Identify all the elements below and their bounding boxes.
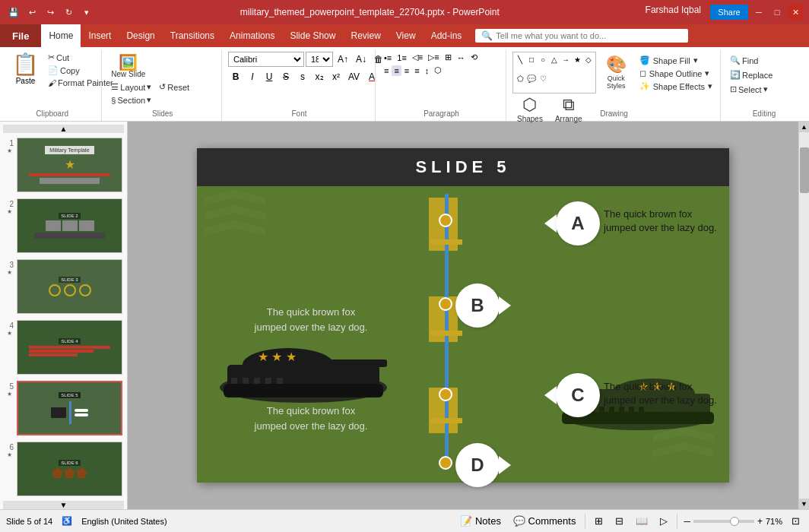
shape-line[interactable]: ╲ xyxy=(515,54,525,65)
slideshow-button[interactable]: ▷ xyxy=(657,514,671,528)
layout-button[interactable]: ☰ Layout ▾ xyxy=(108,81,154,93)
shadow-button[interactable]: s xyxy=(295,70,310,84)
comments-button[interactable]: 💬 Comments xyxy=(510,514,579,528)
align-right-button[interactable]: ≡ xyxy=(402,65,411,76)
italic-button[interactable]: I xyxy=(245,70,260,84)
paste-button[interactable]: 📋 Paste xyxy=(8,50,43,87)
close-button[interactable]: ✕ xyxy=(788,5,803,20)
font-name-select[interactable]: Calibri xyxy=(228,52,304,67)
redo-button[interactable]: ↪ xyxy=(43,5,58,20)
decrease-indent-button[interactable]: ◁≡ xyxy=(410,52,425,63)
shape-callout[interactable]: 💬 xyxy=(526,73,537,84)
title-bar: 💾 ↩ ↪ ↻ ▾ military_themed_powerpoint_tem… xyxy=(0,0,809,24)
increase-font-button[interactable]: A↑ xyxy=(335,52,351,66)
menu-insert[interactable]: Insert xyxy=(81,24,119,47)
left-text-2: The quick brown fox jumped over the lazy… xyxy=(220,404,402,433)
reset-button[interactable]: ↺ Reset xyxy=(156,81,192,93)
slide-thumb-4[interactable]: 4 ★ SLIDE 4 xyxy=(3,318,124,376)
text-direction-button[interactable]: ↔ xyxy=(455,52,468,63)
menu-design[interactable]: Design xyxy=(119,24,162,47)
justify-button[interactable]: ≡ xyxy=(412,65,421,76)
repeat-button[interactable]: ↻ xyxy=(61,5,76,20)
menu-view[interactable]: View xyxy=(389,24,424,47)
shape-pentagon[interactable]: ⬠ xyxy=(515,73,525,84)
scroll-up-button[interactable]: ▲ xyxy=(799,122,810,132)
svg-marker-2 xyxy=(205,220,265,236)
shape-heart[interactable]: ♡ xyxy=(538,73,548,84)
char-spacing-button[interactable]: AV xyxy=(345,70,363,84)
slide-panel: ▲ 1 ★ Military Template ★ 2 ★ xyxy=(0,122,128,509)
find-button[interactable]: 🔍 Find xyxy=(727,55,776,66)
slide-thumb-2[interactable]: 2 ★ SLIDE 2 xyxy=(3,197,124,255)
menu-review[interactable]: Review xyxy=(343,24,388,47)
underline-button[interactable]: U xyxy=(262,70,277,84)
slides-scroll-up[interactable]: ▲ xyxy=(3,125,124,133)
zoom-in-button[interactable]: + xyxy=(757,516,763,527)
shape-triangle[interactable]: △ xyxy=(549,54,560,65)
slide-thumb-1[interactable]: 1 ★ Military Template ★ xyxy=(3,136,124,194)
subscript-button[interactable]: x₂ xyxy=(312,70,327,84)
align-left-button[interactable]: ≡ xyxy=(382,65,391,76)
select-button[interactable]: ⊡ Select ▾ xyxy=(727,84,776,95)
scroll-thumb[interactable] xyxy=(800,147,809,193)
shape-circle[interactable]: ○ xyxy=(538,54,548,65)
shape-diamond[interactable]: ◇ xyxy=(583,54,594,65)
slide-thumb-6[interactable]: 6 ★ SLIDE 6 xyxy=(3,440,124,498)
menu-animations[interactable]: Animations xyxy=(222,24,282,47)
replace-button[interactable]: 🔄 Replace xyxy=(727,69,776,81)
menu-slideshow[interactable]: Slide Show xyxy=(282,24,343,47)
fit-slide-button[interactable]: ⊡ xyxy=(788,514,803,528)
scroll-down-button[interactable]: ▼ xyxy=(799,499,810,509)
share-button[interactable]: Share xyxy=(710,5,748,20)
accessibility-icon: ♿ xyxy=(62,516,72,526)
slide-canvas[interactable]: SLIDE 5 xyxy=(197,148,729,483)
scroll-track xyxy=(799,132,809,499)
align-convert-button[interactable]: ⟲ xyxy=(468,52,480,63)
line-spacing-button[interactable]: ↕ xyxy=(423,65,432,76)
decrease-font-button[interactable]: A↓ xyxy=(353,52,370,66)
slide-thumb-5[interactable]: 5 ★ SLIDE 5 xyxy=(3,379,124,437)
menu-addins[interactable]: Add-ins xyxy=(424,24,470,47)
slide-num-4: 4 xyxy=(5,320,14,330)
quick-styles-icon: 🎨 xyxy=(606,55,627,74)
slides-scroll-down[interactable]: ▼ xyxy=(3,501,124,509)
shape-star[interactable]: ★ xyxy=(572,54,582,65)
numbering-button[interactable]: 1≡ xyxy=(395,52,409,63)
menu-file[interactable]: File xyxy=(0,24,41,47)
superscript-button[interactable]: x² xyxy=(328,70,344,84)
zoom-out-button[interactable]: ─ xyxy=(684,516,690,527)
normal-view-button[interactable]: ⊞ xyxy=(592,514,606,528)
shape-arrow[interactable]: → xyxy=(560,54,571,65)
columns-button[interactable]: ⊞ xyxy=(443,52,454,63)
menu-transitions[interactable]: Transitions xyxy=(163,24,222,47)
undo-button[interactable]: ↩ xyxy=(24,5,40,20)
smart-art-button[interactable]: ⬡ xyxy=(432,65,444,76)
strikethrough-button[interactable]: S xyxy=(278,70,293,84)
ribbon: 📋 Paste ✂ Cut 📄 Copy 🖌 Format Painter Cl… xyxy=(0,47,809,122)
bold-button[interactable]: B xyxy=(228,70,243,84)
maximize-button[interactable]: □ xyxy=(769,5,785,20)
shape-outline-button[interactable]: ◻ Shape Outline ▾ xyxy=(636,68,715,79)
align-center-button[interactable]: ≡ xyxy=(392,65,401,76)
shape-rect[interactable]: □ xyxy=(526,54,537,65)
quick-styles-button[interactable]: 🎨 Quick Styles xyxy=(599,53,633,91)
customize-button[interactable]: ▾ xyxy=(79,5,94,20)
slide-thumb-3[interactable]: 3 ★ SLIDE 3 xyxy=(3,258,124,315)
reading-view-button[interactable]: 📖 xyxy=(633,514,651,528)
increase-indent-button[interactable]: ▷≡ xyxy=(426,52,441,63)
notes-button[interactable]: 📝 Notes xyxy=(457,514,504,528)
section-button[interactable]: § Section ▾ xyxy=(108,94,154,106)
shape-effects-button[interactable]: ✨ Shape Effects ▾ xyxy=(636,81,715,92)
zoom-slider[interactable] xyxy=(693,520,754,523)
bullets-button[interactable]: •≡ xyxy=(382,52,394,63)
new-slide-button[interactable]: 🖼️ New Slide xyxy=(108,53,148,80)
save-button[interactable]: 💾 xyxy=(6,5,21,20)
help-search[interactable] xyxy=(496,31,682,40)
shape-fill-button[interactable]: 🪣 Shape Fill ▾ xyxy=(636,55,715,66)
font-size-select[interactable]: 18 xyxy=(306,52,333,67)
tank-left: ★ ★ ★ xyxy=(212,323,395,407)
slide-sorter-button[interactable]: ⊟ xyxy=(612,514,627,528)
minimize-button[interactable]: ─ xyxy=(751,5,766,20)
menu-home[interactable]: Home xyxy=(41,24,81,47)
balloon-a-text: The quick brown fox jumped over the lazy… xyxy=(604,207,722,235)
